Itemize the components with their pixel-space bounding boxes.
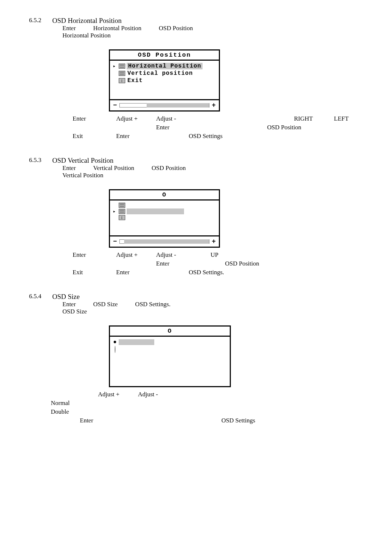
minus-icon: −	[113, 102, 117, 109]
radio-empty-icon	[113, 346, 117, 353]
horizontal-icon	[119, 203, 125, 208]
instr-enter: Enter	[62, 301, 76, 308]
instruction-grid: Adjust + Adjust - Normal Double Enter OS…	[51, 391, 363, 424]
osd-position-panel: O ▸ ↕ − +	[109, 189, 220, 248]
instr-label: Horizontal Position	[93, 25, 142, 32]
section-title: OSD Horizontal Position	[52, 17, 122, 25]
osd-menu-item-horizontal[interactable]: ▸ Horizontal Position	[113, 63, 216, 69]
osd-panel-title: O	[110, 327, 230, 337]
label: Enter	[73, 115, 116, 122]
label: OSD Position	[189, 124, 363, 131]
label: Exit	[73, 269, 116, 276]
osd-slider[interactable]: − +	[110, 235, 219, 247]
slider-fill	[124, 239, 209, 244]
label: Adjust -	[156, 251, 189, 259]
osd-position-panel: OSD Position ▸ Horizontal Position Verti…	[109, 49, 220, 112]
label: Normal	[51, 400, 70, 406]
instr-label: Horizontal Position	[62, 32, 363, 39]
section-number: 6.5.2	[29, 17, 47, 25]
minus-icon: −	[113, 238, 117, 245]
section-heading: 6.5.3 OSD Vertical Position	[29, 157, 363, 165]
osd-item-label: Horizontal Position	[127, 63, 203, 69]
horizontal-icon	[119, 64, 125, 69]
menu-arrow-icon: ▸	[113, 63, 117, 69]
instr-enter: Enter	[62, 25, 76, 32]
instruction-grid: Enter Adjust + Adjust - RIGHT LEFT Enter…	[73, 115, 363, 140]
osd-size-panel: O ●	[109, 325, 231, 387]
section-title: OSD Vertical Position	[52, 157, 114, 165]
section-number: 6.5.4	[29, 293, 47, 301]
instr-label: OSD Position	[159, 25, 193, 32]
slider-track[interactable]	[119, 239, 209, 244]
osd-item-label: Exit	[127, 77, 143, 84]
plus-icon: +	[212, 102, 216, 109]
label: UP	[189, 251, 363, 259]
instr-label: OSD Position	[152, 165, 186, 172]
instruction-block: Enter Horizontal Position OSD Position H…	[62, 25, 363, 39]
instr-label: Vertical Position	[62, 172, 363, 179]
label: Adjust +	[98, 391, 138, 398]
label: Enter	[116, 133, 156, 140]
label: LEFT	[334, 115, 363, 122]
instr-label: Vertical Position	[93, 165, 134, 172]
slider-fill	[147, 103, 209, 108]
label: OSD Settings.	[189, 269, 363, 276]
label: Enter	[73, 251, 116, 259]
section-heading: 6.5.4 OSD Size	[29, 293, 363, 301]
label: RIGHT	[294, 115, 334, 122]
osd-menu-item-vertical[interactable]: Vertical position	[113, 70, 216, 77]
label: OSD Settings	[189, 133, 363, 140]
section-number: 6.5.3	[29, 157, 47, 165]
label: Adjust -	[138, 391, 171, 398]
osd-option[interactable]	[113, 346, 227, 353]
osd-panel-title: OSD Position	[110, 50, 219, 61]
osd-option-selected[interactable]: ●	[113, 339, 227, 345]
exit-icon: ↕	[119, 215, 125, 220]
label: Double	[51, 408, 69, 415]
instr-label: OSD Size	[93, 301, 118, 308]
plus-icon: +	[212, 238, 216, 245]
label: Enter	[80, 417, 138, 424]
instruction-block: Enter OSD Size OSD Settings. OSD Size	[62, 301, 363, 315]
instruction-block: Enter Vertical Position OSD Position Ver…	[62, 165, 363, 179]
section-heading: 6.5.2 OSD Horizontal Position	[29, 17, 363, 25]
exit-icon: ↕	[119, 78, 125, 83]
label: Enter	[116, 269, 156, 276]
label: Enter	[156, 260, 189, 267]
section-title: OSD Size	[52, 293, 79, 301]
osd-item-label: Vertical position	[127, 70, 193, 77]
osd-menu-item-selected[interactable]: ▸	[113, 208, 216, 214]
label: OSD Settings	[221, 417, 255, 424]
osd-option-label	[119, 339, 154, 345]
osd-slider[interactable]: − +	[110, 99, 219, 110]
instruction-grid: Enter Adjust + Adjust - UP Enter OSD Pos…	[73, 251, 363, 276]
instr-label: OSD Size	[62, 308, 363, 315]
osd-item-label	[127, 208, 184, 214]
label: Enter	[156, 124, 189, 131]
slider-track[interactable]	[119, 103, 209, 108]
vertical-icon	[119, 209, 125, 214]
menu-arrow-icon: ▸	[113, 208, 117, 214]
vertical-icon	[119, 71, 125, 76]
label: Adjust -	[156, 115, 189, 122]
instr-enter: Enter	[62, 165, 76, 172]
label: Adjust +	[116, 115, 156, 122]
osd-menu-item[interactable]	[113, 203, 216, 208]
osd-menu-item-exit[interactable]: ↕ Exit	[113, 77, 216, 84]
osd-menu-item-exit[interactable]: ↕	[113, 215, 216, 220]
label: Exit	[73, 133, 116, 140]
instr-label: OSD Settings.	[135, 301, 170, 308]
osd-panel-title: O	[110, 190, 219, 200]
radio-filled-icon: ●	[113, 339, 117, 345]
label: OSD Position	[189, 260, 363, 267]
label: Adjust +	[116, 251, 156, 259]
